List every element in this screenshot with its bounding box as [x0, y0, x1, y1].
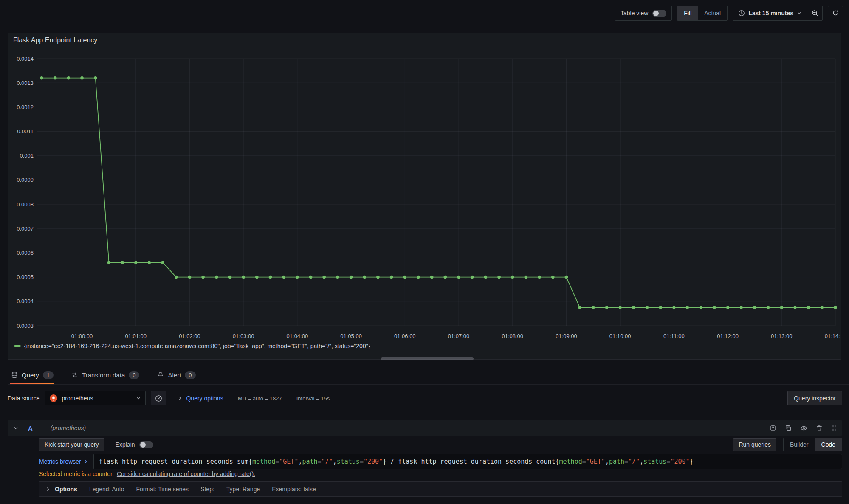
svg-text:0.0008: 0.0008 [17, 201, 34, 208]
svg-text:01:03:00: 01:03:00 [233, 333, 254, 339]
svg-text:01:14:00: 01:14:00 [825, 333, 840, 339]
transform-icon [71, 372, 78, 378]
svg-text:01:01:00: 01:01:00 [125, 333, 147, 339]
svg-text:0.0004: 0.0004 [17, 298, 34, 304]
grafana-panel-editor: Table view Fill Actual Last 15 minutes [0, 0, 849, 504]
interval-value: Interval = 15s [296, 395, 330, 402]
top-toolbar: Table view Fill Actual Last 15 minutes [0, 0, 849, 26]
duplicate-icon[interactable] [785, 425, 792, 431]
clock-icon [738, 10, 745, 17]
option-legend: Legend: Auto [89, 486, 124, 493]
svg-text:01:12:00: 01:12:00 [717, 333, 739, 339]
option-exemplars: Exemplars: false [272, 486, 316, 493]
tab-transform-badge: 0 [129, 371, 139, 379]
svg-text:01:04:00: 01:04:00 [287, 333, 308, 339]
datasource-value: prometheus [62, 395, 93, 402]
angle-right-icon [84, 459, 88, 464]
trash-icon[interactable] [816, 425, 823, 431]
builder-button[interactable]: Builder [784, 438, 815, 451]
svg-text:0.0012: 0.0012 [17, 104, 34, 110]
timeseries-panel: Flask App Endpoint Latency 0.00140.00130… [8, 33, 841, 360]
collapse-chevron-icon[interactable] [13, 425, 19, 431]
query-toolbar-row: Kick start your query Explain Run querie… [39, 438, 842, 451]
svg-text:0.0009: 0.0009 [17, 177, 34, 183]
tab-alert[interactable]: Alert 0 [156, 366, 196, 384]
query-options-summary-row: Options Legend: Auto Format: Time series… [39, 481, 842, 497]
run-queries-button[interactable]: Run queries [733, 438, 776, 451]
svg-text:01:07:00: 01:07:00 [448, 333, 470, 339]
zoom-out-icon [812, 10, 818, 17]
svg-text:01:10:00: 01:10:00 [609, 333, 631, 339]
warning-rate-link[interactable]: Consider calculating rate of counter by … [117, 470, 255, 479]
fill-button[interactable]: Fill [677, 6, 698, 20]
table-view-label: Table view [621, 10, 648, 17]
query-row-actions [770, 425, 837, 432]
tab-alert-label: Alert [168, 372, 181, 379]
svg-text:0.0003: 0.0003 [17, 323, 34, 329]
time-range-label: Last 15 minutes [748, 10, 793, 17]
query-options-toggle[interactable]: Query options [178, 395, 223, 402]
promql-query-text: flask_http_request_duration_seconds_sum{… [99, 458, 694, 465]
explain-toggle[interactable] [139, 441, 153, 448]
horizontal-scrollbar[interactable] [381, 357, 474, 360]
max-data-points-value: MD = auto = 1827 [238, 395, 282, 402]
svg-text:01:02:00: 01:02:00 [179, 333, 200, 339]
datasource-label: Data source [8, 395, 39, 402]
eye-icon[interactable] [800, 425, 807, 432]
svg-text:01:08:00: 01:08:00 [502, 333, 523, 339]
svg-text:0.0006: 0.0006 [17, 250, 34, 256]
datasource-help-button[interactable] [151, 391, 166, 405]
option-type: Type: Range [226, 486, 260, 493]
tab-query-badge: 1 [43, 371, 54, 379]
tab-transform-label: Transform data [82, 372, 125, 379]
database-icon [11, 372, 18, 378]
latency-chart[interactable]: 0.00140.00130.00120.00110.0010.00090.000… [10, 50, 840, 343]
series-legend-label: {instance="ec2-184-169-216-224.us-west-1… [24, 343, 370, 349]
kick-start-query-button[interactable]: Kick start your query [39, 438, 104, 451]
chart-legend[interactable]: {instance="ec2-184-169-216-224.us-west-1… [14, 343, 370, 349]
option-step: Step: [200, 486, 214, 493]
svg-text:01:00:00: 01:00:00 [71, 333, 93, 339]
option-format: Format: Time series [136, 486, 189, 493]
chevron-down-icon [797, 11, 802, 16]
chevron-down-icon [136, 396, 141, 401]
svg-text:0.0013: 0.0013 [17, 80, 34, 86]
promql-query-input[interactable]: flask_http_request_duration_seconds_sum{… [93, 454, 842, 469]
query-row-header: A (prometheus) [8, 420, 842, 436]
datasource-select[interactable]: prometheus [45, 391, 146, 405]
metrics-browser-label: Metrics browser [39, 458, 81, 465]
metrics-browser-toggle[interactable]: Metrics browser [39, 458, 88, 465]
counter-warning: Selected metric is a counter. Consider c… [39, 470, 255, 479]
query-options-label: Query options [186, 395, 223, 402]
svg-text:0.0005: 0.0005 [17, 274, 34, 280]
toggle-knob [653, 11, 659, 16]
code-button[interactable]: Code [815, 438, 842, 451]
time-range-picker[interactable]: Last 15 minutes [733, 6, 807, 20]
refresh-button[interactable] [828, 6, 843, 20]
angle-right-icon [45, 487, 51, 492]
drag-handle-icon[interactable] [831, 425, 837, 431]
query-editor-row: Metrics browser flask_http_request_durat… [39, 454, 842, 469]
options-toggle[interactable]: Options [45, 486, 77, 493]
svg-text:01:06:00: 01:06:00 [394, 333, 416, 339]
actual-button[interactable]: Actual [698, 6, 727, 20]
query-ref-id[interactable]: A [28, 425, 33, 432]
panel-title: Flask App Endpoint Latency [13, 37, 97, 44]
series-marker [14, 345, 21, 347]
tab-transform-data[interactable]: Transform data 0 [71, 366, 140, 384]
editor-tabs: Query 1 Transform data 0 Alert 0 [8, 366, 849, 385]
tab-query[interactable]: Query 1 [10, 366, 54, 384]
builder-code-toggle: Builder Code [783, 438, 842, 451]
help-circle-icon[interactable] [770, 425, 776, 431]
svg-text:0.0014: 0.0014 [17, 56, 34, 62]
svg-text:0.001: 0.001 [20, 152, 34, 159]
svg-text:0.0007: 0.0007 [17, 225, 34, 232]
explain-label: Explain [116, 441, 135, 448]
time-picker-group: Last 15 minutes [733, 6, 823, 21]
angle-right-icon [178, 396, 183, 401]
query-inspector-button[interactable]: Query inspector [787, 391, 842, 405]
svg-text:0.0011: 0.0011 [17, 128, 34, 135]
zoom-out-button[interactable] [807, 6, 822, 20]
toggle-knob [140, 442, 146, 448]
table-view-toggle[interactable] [652, 10, 666, 17]
